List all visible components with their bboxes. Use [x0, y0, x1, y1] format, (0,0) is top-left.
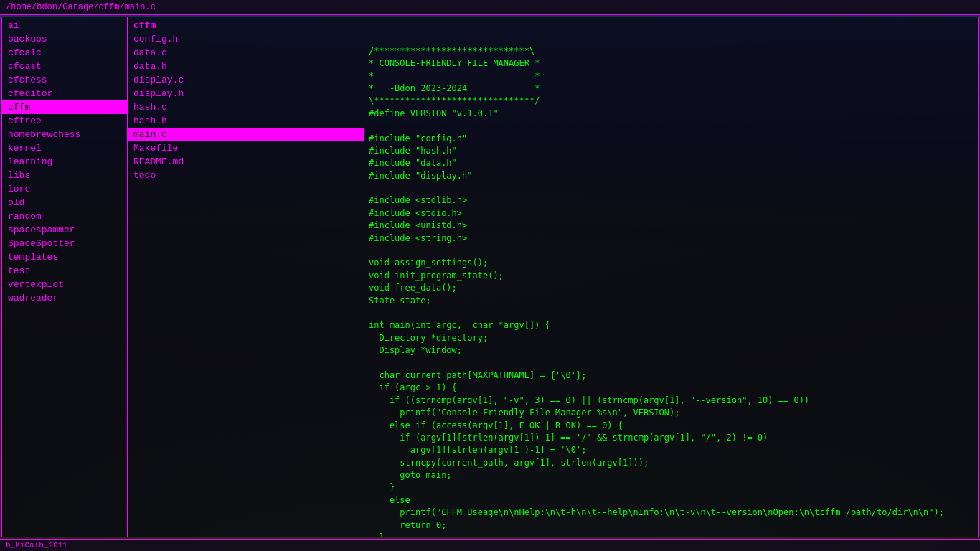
left-panel-item[interactable]: libs — [2, 169, 127, 182]
left-panel-item[interactable]: cfeditor — [2, 87, 127, 100]
middle-panel-item[interactable]: hash.h — [128, 114, 364, 128]
left-panel-item[interactable]: SpaceSpotter — [2, 237, 127, 250]
middle-panel-item[interactable]: data.h — [128, 60, 364, 73]
left-panel-item[interactable]: spacespammer — [2, 223, 127, 237]
left-panel: aibackupscfcalccfcastcfchesscfeditorcffm… — [2, 17, 128, 537]
middle-panel-item[interactable]: todo — [128, 169, 364, 182]
middle-panel-item[interactable]: README.md — [128, 155, 364, 169]
middle-panel-item[interactable]: Makefile — [128, 141, 364, 155]
left-panel-item[interactable]: cfchess — [2, 73, 127, 87]
right-panel[interactable]: /******************************\ * CONSO… — [364, 17, 978, 537]
left-panel-item[interactable]: random — [2, 209, 127, 223]
left-panel-item[interactable]: kernel — [2, 141, 127, 155]
main-layout: aibackupscfcalccfcastcfchesscfeditorcffm… — [1, 17, 979, 537]
middle-panel-item[interactable]: display.h — [128, 87, 364, 100]
left-panel-item[interactable]: cffm — [2, 100, 127, 114]
middle-panel-item[interactable]: display.c — [128, 73, 364, 87]
code-content: /******************************\ * CONSO… — [369, 45, 974, 537]
middle-panel: cffmconfig.hdata.cdata.hdisplay.cdisplay… — [128, 17, 364, 537]
left-panel-item[interactable]: backups — [2, 32, 127, 46]
left-panel-item[interactable]: test — [2, 264, 127, 278]
middle-panel-item[interactable]: main.c — [128, 128, 364, 141]
left-panel-item[interactable]: cfcast — [2, 60, 127, 73]
left-panel-item[interactable]: homebrewchess — [2, 128, 127, 141]
status-bar: b_MiCa+b_2011 — [0, 539, 980, 551]
left-panel-item[interactable]: wadreader — [2, 291, 127, 305]
left-panel-item[interactable]: vertexplot — [2, 278, 127, 291]
current-path: /home/bdon/Garage/cffm/main.c — [6, 2, 156, 12]
left-panel-item[interactable]: templates — [2, 250, 127, 264]
middle-panel-item[interactable]: config.h — [128, 32, 364, 46]
left-panel-item[interactable]: learning — [2, 155, 127, 169]
left-panel-item[interactable]: cfcalc — [2, 46, 127, 60]
middle-panel-item[interactable]: hash.c — [128, 100, 364, 114]
left-panel-item[interactable]: cftree — [2, 114, 127, 128]
left-panel-item[interactable]: ai — [2, 19, 127, 32]
status-text: b_MiCa+b_2011 — [6, 541, 67, 550]
title-bar: /home/bdon/Garage/cffm/main.c — [0, 0, 980, 15]
middle-panel-item[interactable]: data.c — [128, 46, 364, 60]
middle-panel-item[interactable]: cffm — [128, 19, 364, 32]
left-panel-item[interactable]: lore — [2, 182, 127, 196]
left-panel-item[interactable]: old — [2, 196, 127, 209]
